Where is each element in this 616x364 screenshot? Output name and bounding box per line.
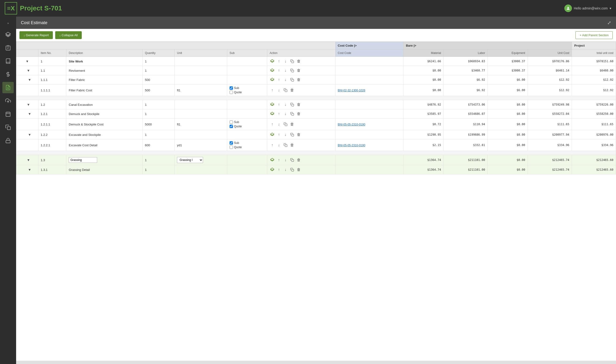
action-up-icon[interactable]: ↑ xyxy=(276,59,281,64)
row-chevron[interactable]: ▼ xyxy=(16,165,38,174)
sidebar: » xyxy=(0,17,16,364)
expand-icon[interactable]: ⤢ xyxy=(607,20,611,26)
action-delete-icon[interactable]: 🗑 xyxy=(296,132,301,137)
sidebar-toggle[interactable]: » xyxy=(3,19,13,27)
horizontal-scrollbar[interactable] xyxy=(16,361,616,364)
action-up-icon[interactable]: ↑ xyxy=(276,77,281,82)
row-description[interactable] xyxy=(66,155,142,165)
th-action: Action xyxy=(267,50,335,57)
action-up-icon[interactable]: ↑ xyxy=(276,68,281,73)
row-unit[interactable]: Grassing I xyxy=(175,155,227,165)
action-up-icon[interactable]: ↑ xyxy=(276,111,281,117)
action-delete-icon[interactable]: 🗑 xyxy=(289,88,295,93)
sidebar-item-copy[interactable] xyxy=(2,122,14,133)
quote-checkbox[interactable] xyxy=(230,91,233,94)
row-equipment: $0.00 xyxy=(488,100,528,109)
action-down-icon[interactable]: ↓ xyxy=(283,102,288,107)
action-down-icon[interactable]: ↓ xyxy=(276,143,281,148)
action-up-icon[interactable]: ↑ xyxy=(276,102,281,107)
action-down-icon[interactable]: ↓ xyxy=(276,122,281,127)
row-quantity: 500 xyxy=(142,84,174,96)
logo: ≡X xyxy=(5,2,17,14)
sub-checkbox[interactable] xyxy=(230,120,233,124)
row-chevron[interactable]: ▼ xyxy=(16,155,38,165)
action-down-icon[interactable]: ↓ xyxy=(276,88,281,93)
row-chevron[interactable]: ▼ xyxy=(16,66,38,75)
action-copy-icon[interactable] xyxy=(289,157,295,163)
action-up-icon[interactable]: ↑ xyxy=(276,167,281,172)
action-layers-icon[interactable] xyxy=(270,68,275,73)
action-delete-icon[interactable]: 🗑 xyxy=(296,59,301,64)
action-up-icon[interactable]: ↑ xyxy=(270,88,275,93)
action-delete-icon[interactable]: 🗑 xyxy=(296,102,301,107)
row-equipment: $0.00 xyxy=(488,109,528,118)
action-copy-icon[interactable] xyxy=(289,102,295,107)
row-quantity: 1 xyxy=(142,130,174,139)
row-item-no: 1.1.1 xyxy=(38,75,66,84)
sidebar-item-dollar[interactable] xyxy=(2,69,14,80)
action-down-icon[interactable]: ↓ xyxy=(283,157,288,163)
sidebar-item-upload[interactable] xyxy=(2,95,14,106)
action-down-icon[interactable]: ↓ xyxy=(283,68,288,73)
action-copy-icon[interactable] xyxy=(283,143,288,148)
action-copy-icon[interactable] xyxy=(289,68,295,73)
sidebar-item-book[interactable] xyxy=(2,55,14,67)
generate-report-label: ↓ Generate Report xyxy=(24,33,49,37)
row-material: $0.00 xyxy=(403,75,443,84)
collapse-all-button[interactable]: ↓ Collapse All xyxy=(55,31,82,39)
cost-estimate-table-container: Cost Code |> Bare |> Project Item No. xyxy=(16,42,616,361)
action-layers-icon[interactable] xyxy=(270,132,275,137)
action-copy-icon[interactable] xyxy=(289,111,295,117)
action-down-icon[interactable]: ↓ xyxy=(283,132,288,137)
action-delete-icon[interactable]: 🗑 xyxy=(289,122,295,127)
sub-checkbox[interactable] xyxy=(230,86,233,90)
action-copy-icon[interactable] xyxy=(289,132,295,137)
action-down-icon[interactable]: ↓ xyxy=(283,167,288,172)
sidebar-item-lock[interactable] xyxy=(2,135,14,146)
action-layers-icon[interactable] xyxy=(270,102,275,107)
action-layers-icon[interactable] xyxy=(270,111,275,117)
action-copy-icon[interactable] xyxy=(283,88,288,93)
action-delete-icon[interactable]: 🗑 xyxy=(296,167,301,172)
row-chevron[interactable]: ▼ xyxy=(16,130,38,139)
action-down-icon[interactable]: ↓ xyxy=(283,59,288,64)
action-layers-icon[interactable] xyxy=(270,77,275,82)
user-dropdown-icon[interactable]: ▾ xyxy=(610,6,611,10)
action-up-icon[interactable]: ↑ xyxy=(270,122,275,127)
action-copy-icon[interactable] xyxy=(289,167,295,172)
action-up-icon[interactable]: ↑ xyxy=(276,157,281,163)
sidebar-item-calendar[interactable] xyxy=(2,108,14,120)
description-input[interactable] xyxy=(69,157,97,163)
action-layers-icon[interactable] xyxy=(270,157,275,163)
action-delete-icon[interactable]: 🗑 xyxy=(296,111,301,117)
sidebar-item-document[interactable] xyxy=(2,82,14,93)
row-chevron[interactable]: ▼ xyxy=(16,75,38,84)
action-layers-icon[interactable] xyxy=(270,59,275,64)
action-copy-icon[interactable] xyxy=(289,59,295,64)
action-delete-icon[interactable]: 🗑 xyxy=(296,77,301,82)
row-chevron[interactable]: ▼ xyxy=(16,57,38,66)
action-up-icon[interactable]: ↑ xyxy=(270,143,275,148)
action-delete-icon[interactable]: 🗑 xyxy=(289,143,295,148)
row-item-no: 1.3.1 xyxy=(38,165,66,174)
row-equipment: $6.00 xyxy=(488,84,528,96)
quote-checkbox[interactable] xyxy=(230,125,233,128)
action-copy-icon[interactable] xyxy=(283,122,288,127)
sidebar-item-layers[interactable] xyxy=(2,29,14,40)
action-up-icon[interactable]: ↑ xyxy=(276,132,281,137)
quote-checkbox[interactable] xyxy=(230,145,233,149)
action-down-icon[interactable]: ↓ xyxy=(283,77,288,82)
generate-report-button[interactable]: ↓ Generate Report xyxy=(19,31,53,39)
action-delete-icon[interactable]: 🗑 xyxy=(296,157,301,163)
th-material: Material xyxy=(403,50,443,57)
row-chevron[interactable]: ▼ xyxy=(16,100,38,109)
action-copy-icon[interactable] xyxy=(289,77,295,82)
unit-select[interactable]: Grassing I xyxy=(177,157,203,163)
add-parent-section-button[interactable]: + Add Parent Section xyxy=(575,31,613,39)
sub-checkbox[interactable] xyxy=(230,141,233,145)
action-down-icon[interactable]: ↓ xyxy=(283,111,288,117)
action-layers-icon[interactable] xyxy=(270,167,275,172)
sidebar-item-clipboard[interactable] xyxy=(2,42,14,53)
row-chevron[interactable]: ▼ xyxy=(16,109,38,118)
action-delete-icon[interactable]: 🗑 xyxy=(296,68,301,73)
